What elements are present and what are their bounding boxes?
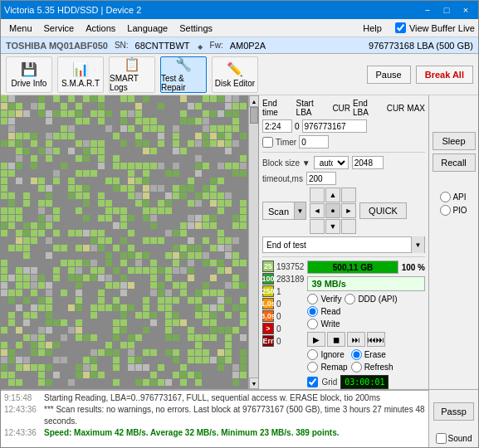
log-text-2: Speed: Maximum 42 MB/s. Average 32 MB/s.… xyxy=(44,427,425,439)
disk-editor-button[interactable]: ✏️ Disk Editor xyxy=(212,56,258,93)
radio-remap-input[interactable] xyxy=(307,362,318,373)
end-of-test-label: End of test xyxy=(263,241,411,250)
capacity-info: 976773168 LBA (500 GB) xyxy=(369,41,473,51)
menu-bar: Menu Service Actions Language Settings H… xyxy=(1,19,478,37)
radio-refresh-input[interactable] xyxy=(351,362,362,373)
toolbar-right: Pause Break All xyxy=(367,66,474,84)
dir-up[interactable]: ▲ xyxy=(325,187,340,202)
menu-help[interactable]: Help xyxy=(358,22,387,34)
drive-name: TOSHIBA MQ01ABF050 xyxy=(6,41,108,51)
close-button[interactable]: × xyxy=(457,2,475,17)
dir-down[interactable]: ▼ xyxy=(325,219,340,234)
passp-button[interactable]: Passp xyxy=(433,402,474,421)
end-of-test-dropdown[interactable]: End of test ▼ xyxy=(262,236,425,253)
cur2-label: CUR xyxy=(387,104,405,113)
test-repair-label: Test & Repair xyxy=(161,74,206,92)
timer-checkbox[interactable] xyxy=(262,137,273,148)
fw-label: Fw: xyxy=(210,41,223,50)
menu-language[interactable]: Language xyxy=(122,22,173,34)
recall-button[interactable]: Recall xyxy=(433,153,476,172)
time-lba-inputs: 0 xyxy=(262,119,425,133)
grid-checkbox[interactable] xyxy=(307,377,318,387)
dir-right[interactable]: ► xyxy=(341,203,356,218)
smart-button[interactable]: 📊 S.M.A.R.T xyxy=(57,56,104,93)
radio-verify-input[interactable] xyxy=(307,294,318,304)
minimize-button[interactable]: − xyxy=(418,2,437,17)
erase-label: Erase xyxy=(364,350,386,359)
bottom-area: 9:15:48 Starting Reading, LBA=0..9767731… xyxy=(1,389,478,447)
block-size-select[interactable]: auto 512 1024 2048 xyxy=(314,156,349,169)
scroll-thumb[interactable] xyxy=(250,107,258,124)
radio-erase: Erase xyxy=(351,349,393,360)
dir-topleft[interactable] xyxy=(310,187,325,202)
stop-button[interactable]: ◼ xyxy=(327,332,345,347)
fw-value: AM0P2A xyxy=(230,41,266,51)
sound-checkbox[interactable] xyxy=(436,433,447,444)
dir-left[interactable]: ◄ xyxy=(310,203,325,218)
sleep-button[interactable]: Sleep xyxy=(433,132,476,150)
menu-service[interactable]: Service xyxy=(39,22,80,34)
radio-ddd-input[interactable] xyxy=(345,294,355,304)
test-repair-button[interactable]: 🔧 Test & Repair xyxy=(160,56,207,93)
pause-button[interactable]: Pause xyxy=(367,66,411,84)
skip-button[interactable]: ⏭ xyxy=(347,332,365,347)
count-label-1000: 1,0s xyxy=(261,299,276,308)
radio-ddd: DDD (API) xyxy=(345,294,397,304)
play-button[interactable]: ▶ xyxy=(307,332,325,347)
zero-label: 0 xyxy=(295,122,300,131)
log-time-2: 12:43:36 xyxy=(4,427,39,439)
menu-menu[interactable]: Menu xyxy=(4,22,37,34)
count-label-3000: 3,0s xyxy=(261,312,276,320)
pio-row: PIO xyxy=(440,205,467,216)
timeout-input[interactable] xyxy=(306,172,336,185)
end-of-test-arrow[interactable]: ▼ xyxy=(411,236,424,253)
menu-actions[interactable]: Actions xyxy=(81,22,120,34)
timer-input[interactable] xyxy=(299,135,329,149)
quick-button[interactable]: QUICK xyxy=(359,202,407,219)
break-all-button[interactable]: Break All xyxy=(416,66,473,84)
dir-topright[interactable] xyxy=(341,187,356,202)
menu-settings[interactable]: Settings xyxy=(174,22,218,34)
main-content: ▲ ▼ End time Start LBA CUR End LBA CUR M… xyxy=(1,95,478,389)
scan-dropdown-arrow[interactable]: ▼ xyxy=(294,202,305,219)
end-time-input[interactable] xyxy=(262,119,292,133)
end-lba-label: End LBA xyxy=(353,99,384,117)
dir-bottomleft[interactable] xyxy=(310,219,325,234)
timer-label: Timer xyxy=(276,138,296,147)
drive-info-button[interactable]: 💾 Drive Info xyxy=(6,56,52,93)
maximize-button[interactable]: □ xyxy=(437,2,456,17)
log-section: 9:15:48 Starting Reading, LBA=0..9767731… xyxy=(1,390,428,447)
radio-read-input[interactable] xyxy=(307,306,318,317)
end-lba-input[interactable] xyxy=(302,119,367,133)
dir-center[interactable]: ● xyxy=(325,203,340,218)
ignore-label: Ignore xyxy=(320,350,344,359)
count-label-25: 25 xyxy=(264,262,272,270)
api-radio[interactable] xyxy=(440,192,451,202)
sn-value: 68CNTTBWT xyxy=(135,41,190,51)
ddd-radio-group: DDD (API) xyxy=(345,294,397,329)
dir-bottomright[interactable] xyxy=(341,219,356,234)
end-button[interactable]: ⏮⏭ xyxy=(367,332,385,347)
pio-radio[interactable] xyxy=(440,205,451,216)
radio-ignore-input[interactable] xyxy=(307,349,318,360)
refresh-label: Refresh xyxy=(364,363,393,372)
lba-header-row: End time Start LBA CUR End LBA CUR MAX xyxy=(262,99,425,117)
view-buffer-checkbox[interactable] xyxy=(395,22,406,33)
title-bar-left: Victoria 5.35 HDD/SSD | Device 2 xyxy=(4,5,141,15)
smart-logs-button[interactable]: 📋 SMART Logs xyxy=(109,56,155,93)
max-label: MAX xyxy=(407,104,425,113)
count-badge-25: 25 xyxy=(262,261,274,272)
scroll-track xyxy=(249,107,258,377)
title-bar-controls: − □ × xyxy=(418,2,475,17)
disk-editor-icon: ✏️ xyxy=(225,61,245,77)
log-text-0: Starting Reading, LBA=0..976773167, FULL… xyxy=(44,392,425,404)
grid-time: 03:00:01 xyxy=(340,375,389,389)
block-size-input[interactable] xyxy=(352,156,384,169)
radio-erase-input[interactable] xyxy=(351,349,362,360)
timer-row: Timer xyxy=(262,135,425,149)
radio-write-input[interactable] xyxy=(307,319,318,329)
progress-radio-area: 500,11 GB 100 % 39 MB/s Verify xyxy=(307,261,425,389)
count-value-25: 193752 xyxy=(276,262,304,271)
main-window: Victoria 5.35 HDD/SSD | Device 2 − □ × M… xyxy=(0,0,479,448)
map-scrollbar: ▲ ▼ xyxy=(248,95,258,389)
